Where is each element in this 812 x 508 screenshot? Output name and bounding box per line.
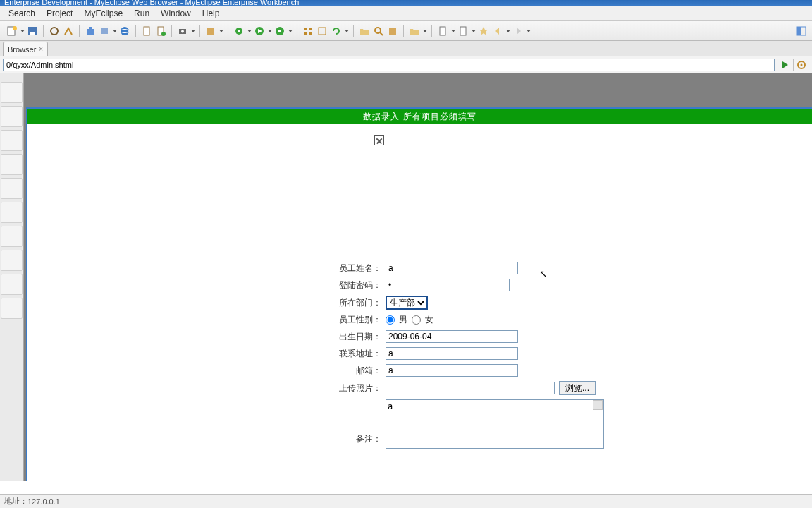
toolbar-sep (353, 25, 354, 37)
menu-window[interactable]: Window (155, 7, 197, 20)
photo-path-field[interactable] (386, 382, 555, 394)
remark-wrap (386, 399, 604, 451)
svg-rect-24 (304, 32, 307, 35)
stub-item[interactable] (1, 130, 23, 151)
window-title-bar: Enterprise Development - MyEclipse Web B… (0, 0, 812, 6)
svg-point-27 (375, 28, 381, 33)
address-field[interactable] (386, 347, 518, 360)
book-icon[interactable] (386, 25, 399, 37)
server-icon[interactable] (98, 25, 111, 37)
main-toolbar (0, 21, 812, 41)
search-icon[interactable] (372, 25, 385, 37)
stub-item[interactable] (1, 274, 23, 295)
debug-icon[interactable] (233, 25, 245, 37)
grid-icon[interactable] (302, 25, 314, 37)
svg-rect-30 (440, 27, 445, 35)
menu-search[interactable]: Search (3, 7, 41, 20)
menu-help[interactable]: Help (197, 7, 226, 20)
svg-rect-3 (30, 32, 35, 35)
browse-button[interactable]: 浏览... (559, 381, 596, 395)
dropdown-caret[interactable] (247, 30, 252, 32)
svg-rect-21 (278, 30, 281, 32)
tool-icon[interactable] (48, 25, 61, 37)
back-icon[interactable] (491, 25, 504, 37)
radio-female-label: 女 (425, 314, 433, 326)
gear-icon[interactable] (796, 60, 806, 70)
stub-item[interactable] (1, 250, 23, 271)
dropdown-caret[interactable] (268, 30, 272, 32)
deploy-icon[interactable] (84, 25, 97, 37)
editor-tab-bar: Browser × (0, 41, 812, 56)
toolbar-sep (228, 25, 228, 37)
camera-icon[interactable] (176, 25, 189, 37)
stub-item[interactable] (1, 226, 23, 247)
dropdown-caret[interactable] (472, 30, 476, 32)
radio-female[interactable] (412, 315, 421, 325)
svg-marker-32 (479, 27, 488, 35)
menu-myeclipse[interactable]: MyEclipse (78, 7, 128, 20)
svg-point-17 (238, 30, 240, 32)
tab-browser[interactable]: Browser × (3, 42, 48, 56)
star-icon[interactable] (477, 25, 490, 37)
dropdown-caret[interactable] (527, 30, 531, 32)
new-icon[interactable] (6, 25, 18, 37)
svg-rect-7 (101, 28, 108, 34)
close-icon[interactable]: × (39, 45, 43, 53)
svg-rect-29 (389, 28, 396, 35)
dropdown-caret[interactable] (20, 30, 25, 32)
label-photo: 上传照片： (329, 382, 386, 394)
svg-rect-5 (87, 29, 94, 35)
doc-icon[interactable] (140, 25, 153, 37)
stub-item[interactable] (1, 178, 23, 199)
globe-icon[interactable] (118, 25, 131, 37)
stub-item[interactable] (1, 82, 23, 103)
doc-plus-icon[interactable] (154, 25, 167, 37)
grid2-icon[interactable] (316, 25, 328, 37)
stub-item[interactable] (1, 154, 23, 175)
save-icon[interactable] (26, 25, 39, 37)
radio-male[interactable] (386, 315, 395, 325)
svg-point-8 (121, 27, 129, 35)
refresh-icon[interactable] (330, 25, 343, 37)
dropdown-caret[interactable] (451, 30, 455, 32)
run-ext-icon[interactable] (273, 25, 286, 37)
toolbar-sep (403, 25, 404, 37)
forward-icon[interactable] (512, 25, 524, 37)
dropdown-caret[interactable] (219, 30, 223, 32)
email-field[interactable] (386, 364, 518, 377)
tool-icon[interactable] (62, 25, 75, 37)
toolbar-sep (135, 25, 136, 37)
name-field[interactable] (386, 262, 518, 274)
run-icon[interactable] (253, 25, 266, 37)
url-input[interactable] (3, 59, 775, 71)
remark-field[interactable] (386, 399, 604, 449)
perspective-icon[interactable] (795, 25, 808, 37)
package-icon[interactable] (204, 25, 217, 37)
password-field[interactable] (386, 279, 510, 291)
scrollbar-stub[interactable] (593, 400, 603, 410)
dropdown-caret[interactable] (506, 30, 510, 32)
go-icon[interactable] (780, 60, 790, 70)
label-remark: 备注： (329, 433, 386, 445)
dropdown-caret[interactable] (423, 30, 427, 32)
status-bar: 地址： 127.0.0.1 (0, 494, 812, 508)
doc-icon[interactable] (457, 25, 469, 37)
form-banner: 数据录入 所有项目必须填写 (27, 109, 812, 124)
svg-point-14 (181, 30, 184, 32)
dropdown-caret[interactable] (288, 30, 293, 32)
menu-run[interactable]: Run (128, 7, 155, 20)
dropdown-caret[interactable] (113, 30, 117, 32)
dropdown-caret[interactable] (191, 30, 195, 32)
doc-icon[interactable] (436, 25, 449, 37)
label-birth: 出生日期： (329, 331, 386, 343)
label-gender: 员工性别： (329, 314, 386, 326)
stub-item[interactable] (1, 202, 23, 223)
stub-item[interactable] (1, 298, 23, 319)
menu-project[interactable]: Project (41, 7, 78, 20)
birth-field[interactable] (386, 330, 518, 343)
folder-icon[interactable] (408, 25, 421, 37)
dept-select[interactable]: 生产部 (386, 296, 428, 310)
dropdown-caret[interactable] (345, 30, 349, 32)
folder-icon[interactable] (358, 25, 371, 37)
stub-item[interactable] (1, 106, 23, 127)
